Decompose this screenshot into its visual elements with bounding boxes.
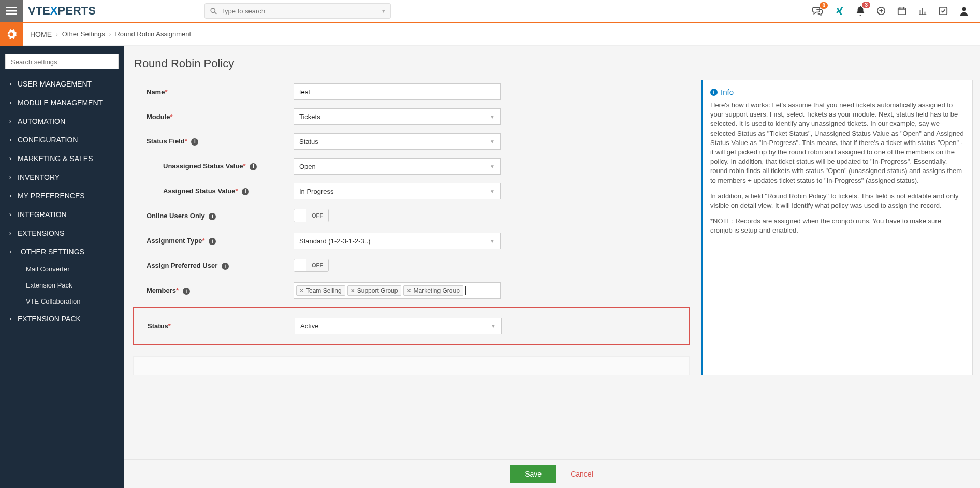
caret-down-icon: ▼ [490, 189, 495, 194]
preferred-user-label: Assign Preferred User i [133, 262, 294, 270]
sidebar-item-label: INVENTORY [18, 173, 60, 181]
info-title: iInfo [710, 87, 965, 97]
hamburger-icon [6, 7, 17, 15]
sidebar-subitem-extension-pack[interactable]: Extension Pack [0, 277, 124, 293]
breadcrumb-home[interactable]: HOME [30, 30, 52, 38]
sidebar-item-label: MODULE MANAGEMENT [18, 98, 103, 107]
info-panel: iInfo Here's how it works: Let's assume … [701, 80, 973, 375]
info-icon[interactable]: i [209, 213, 216, 220]
sidebar-item-other-settings[interactable]: ⌄OTHER SETTINGS [0, 242, 124, 261]
sidebar-subitem-vte-collaboration[interactable]: VTE Collaboration [0, 293, 124, 309]
sidebar-search-input[interactable] [11, 58, 113, 66]
sidebar-item-user-management[interactable]: ›USER MANAGEMENT [0, 75, 124, 93]
preferred-user-toggle[interactable]: OFF [294, 259, 329, 272]
cancel-button[interactable]: Cancel [571, 470, 593, 478]
online-only-toggle[interactable]: OFF [294, 209, 329, 222]
info-icon[interactable]: i [183, 288, 190, 295]
sidebar-item-automation[interactable]: ›AUTOMATION [0, 112, 124, 131]
settings-sidebar: ›USER MANAGEMENT›MODULE MANAGEMENT›AUTOM… [0, 46, 124, 488]
online-only-label: Online Users Only i [133, 212, 294, 220]
remove-tag-icon[interactable]: × [300, 287, 303, 294]
info-paragraph-1: Here's how it works: Let's assume that y… [710, 101, 965, 185]
assigned-select[interactable]: In Progress▼ [294, 183, 501, 199]
module-label: Module* [133, 113, 294, 121]
info-icon[interactable]: i [209, 238, 216, 245]
chevron-right-icon: › [9, 211, 11, 218]
gear-icon [6, 28, 17, 40]
content-area: Round Robin Policy Name* Module* Tickets… [124, 46, 980, 488]
sidebar-item-integration[interactable]: ›INTEGRATION [0, 205, 124, 224]
breadcrumb-bar: HOME › Other Settings › Round Robin Assi… [0, 23, 980, 46]
reports-button[interactable] [918, 6, 927, 16]
remove-tag-icon[interactable]: × [407, 287, 411, 294]
sidebar-item-module-management[interactable]: ›MODULE MANAGEMENT [0, 93, 124, 112]
text-cursor [465, 286, 466, 295]
global-search[interactable]: ▾ [204, 3, 391, 19]
status-field-select[interactable]: Status▼ [294, 133, 501, 150]
global-search-input[interactable] [221, 7, 382, 15]
sidebar-item-marketing-sales[interactable]: ›MARKETING & SALES [0, 149, 124, 168]
caret-down-icon: ▼ [490, 164, 495, 169]
caret-down-icon: ▼ [491, 323, 496, 329]
sidebar-search[interactable] [5, 54, 119, 69]
sidebar-item-my-preferences[interactable]: ›MY PREFERENCES [0, 186, 124, 205]
info-paragraph-2: In addition, a field "Round Robin Policy… [710, 192, 965, 210]
sidebar-item-inventory[interactable]: ›INVENTORY [0, 168, 124, 186]
chevron-right-icon: › [9, 192, 11, 199]
remove-tag-icon[interactable]: × [351, 287, 355, 294]
breadcrumb-l2[interactable]: Other Settings [62, 30, 105, 38]
name-input[interactable] [294, 83, 501, 100]
add-button[interactable] [876, 6, 886, 16]
save-button[interactable]: Save [510, 465, 556, 483]
member-tag-label: Marketing Group [413, 287, 459, 294]
caret-down-icon: ▼ [490, 114, 495, 120]
breadcrumb-l3: Round Robin Assignment [115, 30, 191, 38]
members-multiselect[interactable]: ×Team Selling×Support Group×Marketing Gr… [294, 282, 501, 299]
chevron-right-icon: › [109, 31, 111, 37]
chevron-right-icon: › [9, 155, 11, 162]
sidebar-subitem-mail-converter[interactable]: Mail Converter [0, 261, 124, 277]
assignment-type-select[interactable]: Standard (1-2-3-1-2-3..)▼ [294, 233, 501, 249]
sidebar-item-extension-pack[interactable]: ›EXTENSION PACK [0, 309, 124, 328]
chat-badge: 0 [820, 2, 828, 9]
svg-point-0 [211, 8, 215, 12]
xing-button[interactable] [834, 6, 844, 16]
assignment-type-label: Assignment Type* i [133, 237, 294, 245]
info-icon[interactable]: i [242, 188, 249, 195]
sidebar-item-extensions[interactable]: ›EXTENSIONS [0, 224, 124, 242]
name-label: Name* [133, 88, 294, 96]
info-icon[interactable]: i [191, 138, 198, 146]
member-tag[interactable]: ×Marketing Group [403, 285, 463, 296]
member-tag[interactable]: ×Support Group [347, 285, 402, 296]
info-paragraph-3: *NOTE: Records are assigned when the cro… [710, 217, 965, 235]
sidebar-item-label: USER MANAGEMENT [18, 80, 92, 88]
assigned-label: Assigned Status Value* i [133, 187, 294, 195]
calendar-button[interactable] [897, 6, 906, 16]
info-icon[interactable]: i [222, 263, 229, 270]
tasks-button[interactable] [939, 6, 948, 16]
caret-down-icon: ▼ [490, 238, 495, 244]
plus-circle-icon [876, 6, 886, 16]
status-select[interactable]: Active▼ [295, 318, 502, 334]
sidebar-item-label: INTEGRATION [18, 210, 67, 219]
search-icon [210, 8, 217, 15]
search-dropdown-icon[interactable]: ▾ [382, 8, 385, 15]
chevron-down-icon: ⌄ [8, 249, 16, 254]
hamburger-menu-button[interactable] [0, 0, 23, 22]
chevron-right-icon: › [56, 31, 58, 37]
user-menu-button[interactable] [959, 6, 969, 16]
caret-down-icon: ▼ [490, 139, 495, 145]
check-square-icon [939, 6, 948, 16]
settings-gear-button[interactable] [0, 23, 23, 46]
chevron-right-icon: › [9, 80, 11, 88]
sidebar-item-label: MY PREFERENCES [18, 192, 85, 200]
member-tag[interactable]: ×Team Selling [296, 285, 345, 296]
unassigned-label: Unassigned Status Value* i [133, 162, 294, 170]
logo-part-3: PERTS [57, 4, 95, 18]
notifications-button[interactable]: 3 [856, 6, 865, 16]
info-icon[interactable]: i [250, 163, 257, 170]
unassigned-select[interactable]: Open▼ [294, 158, 501, 175]
module-select[interactable]: Tickets▼ [294, 108, 501, 125]
sidebar-item-configuration[interactable]: ›CONFIGURATION [0, 131, 124, 149]
chat-button[interactable]: 0 [812, 6, 823, 16]
